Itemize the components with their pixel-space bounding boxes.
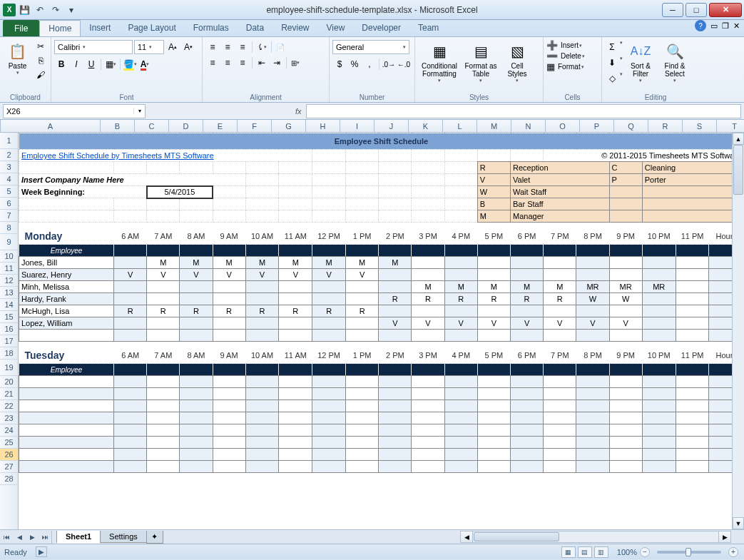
col-header-R[interactable]: R	[648, 120, 683, 132]
row-header-1[interactable]: 1	[0, 133, 18, 149]
row-header-25[interactable]: 25	[0, 437, 18, 449]
spreadsheet-grid[interactable]: ABCDEFGHIJKLMNOPQRST 1234567891011121314…	[0, 120, 744, 529]
italic-button[interactable]: I	[69, 57, 83, 71]
file-tab[interactable]: File	[3, 20, 39, 36]
row-header-2[interactable]: 2	[0, 149, 18, 161]
row-header-23[interactable]: 23	[0, 412, 18, 424]
number-format-combo[interactable]: General▾	[332, 40, 409, 54]
decrease-decimal-button[interactable]: ←.0	[397, 57, 411, 71]
font-size-combo[interactable]: 11▾	[134, 40, 164, 54]
col-header-L[interactable]: L	[443, 120, 477, 132]
col-header-D[interactable]: D	[169, 120, 203, 132]
align-top-button[interactable]: ≡	[205, 40, 220, 54]
format-cells-button[interactable]: Format	[556, 63, 581, 71]
delete-cells-button[interactable]: Delete	[559, 52, 581, 60]
zoom-in-button[interactable]: +	[728, 547, 738, 557]
cut-button[interactable]: ✂	[34, 40, 48, 53]
insert-cells-button[interactable]: Insert	[559, 41, 579, 49]
merge-center-button[interactable]: ⊞▾	[289, 56, 302, 70]
formula-input[interactable]	[306, 104, 741, 118]
col-header-G[interactable]: G	[272, 120, 306, 132]
row-header-24[interactable]: 24	[0, 424, 18, 437]
cells-area[interactable]: Employee Shift ScheduleEmployee Shift Sc…	[19, 133, 744, 529]
row-header-8[interactable]: 8	[0, 222, 18, 234]
scroll-right-button[interactable]: ▶	[718, 531, 730, 542]
undo-button[interactable]: ↶	[33, 3, 47, 17]
col-header-K[interactable]: K	[409, 120, 443, 132]
align-center-button[interactable]: ≡	[220, 56, 235, 70]
decrease-indent-button[interactable]: ⇤	[255, 56, 269, 70]
col-header-T[interactable]: T	[717, 120, 744, 132]
conditional-formatting-button[interactable]: ▦ Conditional Formatting▾	[418, 40, 461, 85]
tab-home[interactable]: Home	[39, 20, 81, 36]
scroll-left-button[interactable]: ◀	[461, 531, 473, 542]
font-name-combo[interactable]: Calibri▾	[54, 40, 133, 54]
clear-button[interactable]: ◇	[605, 71, 619, 86]
find-select-button[interactable]: 🔍 Find & Select▾	[658, 40, 691, 85]
wrap-text-button[interactable]: 📄	[274, 40, 287, 54]
increase-indent-button[interactable]: ⇥	[270, 56, 284, 70]
font-color-button[interactable]: A▾	[138, 57, 152, 71]
tab-view[interactable]: View	[318, 20, 354, 36]
tab-data[interactable]: Data	[238, 20, 272, 36]
prev-sheet-button[interactable]: ◀	[13, 531, 26, 544]
col-header-A[interactable]: A	[1, 120, 101, 132]
horizontal-scrollbar[interactable]: ◀ ▶	[460, 531, 731, 543]
scroll-thumb-vertical[interactable]	[733, 145, 743, 195]
row-header-9[interactable]: 9	[0, 234, 18, 250]
col-header-N[interactable]: N	[511, 120, 546, 132]
bold-button[interactable]: B	[54, 57, 68, 71]
col-header-M[interactable]: M	[477, 120, 511, 132]
row-header-5[interactable]: 5	[0, 185, 18, 198]
first-sheet-button[interactable]: ⏮	[0, 531, 13, 544]
col-header-E[interactable]: E	[203, 120, 238, 132]
save-button[interactable]: 💾	[17, 3, 31, 17]
scroll-up-button[interactable]: ▲	[733, 133, 744, 145]
col-header-Q[interactable]: Q	[614, 120, 648, 132]
row-header-13[interactable]: 13	[0, 287, 18, 299]
sort-filter-button[interactable]: A↓Z Sort & Filter▾	[624, 40, 657, 85]
macro-record-icon[interactable]: ▶	[36, 546, 47, 557]
row-header-18[interactable]: 18	[0, 347, 18, 360]
align-left-button[interactable]: ≡	[205, 56, 220, 70]
close-button[interactable]: ✕	[709, 3, 742, 17]
row-header-26[interactable]: 26	[0, 449, 18, 461]
increase-decimal-button[interactable]: .0→	[382, 57, 396, 71]
align-middle-button[interactable]: ≡	[220, 40, 235, 54]
border-button[interactable]: ▦▾	[103, 57, 118, 71]
format-painter-button[interactable]: 🖌	[34, 68, 48, 81]
new-sheet-button[interactable]: ✦	[146, 531, 163, 544]
row-header-7[interactable]: 7	[0, 210, 18, 222]
fill-button[interactable]: ⬇	[605, 56, 619, 70]
row-header-10[interactable]: 10	[0, 250, 18, 263]
qat-customize[interactable]: ▾	[64, 3, 78, 17]
col-header-J[interactable]: J	[374, 120, 409, 132]
col-header-P[interactable]: P	[580, 120, 614, 132]
page-layout-view-button[interactable]: ▤	[578, 546, 592, 558]
comma-button[interactable]: ,	[362, 57, 377, 71]
minimize-button[interactable]: ─	[662, 3, 683, 17]
scroll-down-button[interactable]: ▼	[733, 517, 744, 529]
col-header-B[interactable]: B	[101, 120, 135, 132]
paste-button[interactable]: 📋 Paste ▾	[3, 40, 32, 77]
normal-view-button[interactable]: ▦	[561, 546, 576, 558]
row-header-19[interactable]: 19	[0, 360, 18, 376]
tab-developer[interactable]: Developer	[353, 20, 409, 36]
zoom-out-button[interactable]: −	[640, 547, 650, 557]
row-header-14[interactable]: 14	[0, 299, 18, 311]
tab-formulas[interactable]: Formulas	[185, 20, 238, 36]
restore-window-icon[interactable]: ❐	[722, 21, 729, 31]
row-header-27[interactable]: 27	[0, 461, 18, 473]
align-right-button[interactable]: ≡	[235, 56, 250, 70]
percent-button[interactable]: %	[347, 57, 362, 71]
row-header-22[interactable]: 22	[0, 400, 18, 412]
fx-icon[interactable]: fx	[291, 107, 306, 116]
next-sheet-button[interactable]: ▶	[26, 531, 39, 544]
col-header-S[interactable]: S	[683, 120, 717, 132]
row-header-16[interactable]: 16	[0, 323, 18, 335]
row-header-17[interactable]: 17	[0, 335, 18, 347]
orientation-button[interactable]: ⤹▾	[255, 40, 269, 54]
cell-styles-button[interactable]: ▧ Cell Styles▾	[501, 40, 534, 85]
col-header-F[interactable]: F	[238, 120, 272, 132]
zoom-level[interactable]: 100%	[617, 548, 637, 556]
